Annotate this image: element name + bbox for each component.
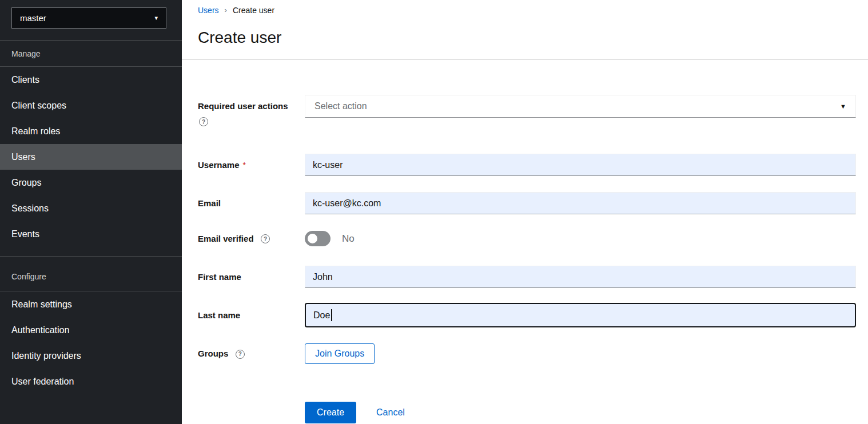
sidebar-item-clients[interactable]: Clients bbox=[0, 67, 182, 93]
help-icon[interactable]: ? bbox=[261, 234, 270, 243]
sidebar-item-realm-roles[interactable]: Realm roles bbox=[0, 118, 182, 144]
required-user-actions-select[interactable]: Select action ▼ bbox=[305, 95, 856, 118]
username-input[interactable] bbox=[305, 154, 856, 176]
label-col: Required user actions ? bbox=[198, 95, 305, 126]
breadcrumb-current: Create user bbox=[233, 6, 274, 15]
sidebar-spacer bbox=[0, 247, 182, 256]
sidebar-item-events[interactable]: Events bbox=[0, 221, 182, 247]
sidebar-item-user-federation[interactable]: User federation bbox=[0, 369, 182, 394]
cancel-link[interactable]: Cancel bbox=[376, 407, 405, 418]
required-user-actions-label: Required user actions bbox=[198, 101, 305, 111]
sidebar-item-realm-settings[interactable]: Realm settings bbox=[0, 291, 182, 317]
field-col: Select action ▼ bbox=[305, 95, 856, 118]
form-row-first-name: First name bbox=[198, 266, 856, 288]
form-row-email: Email bbox=[198, 192, 856, 214]
label-col: Username* bbox=[198, 160, 305, 170]
caret-down-icon: ▼ bbox=[840, 103, 846, 110]
form-row-email-verified: Email verified ? No bbox=[198, 231, 856, 246]
form-actions: Create Cancel bbox=[198, 402, 856, 423]
field-col bbox=[305, 303, 856, 327]
field-col: No bbox=[305, 231, 856, 246]
breadcrumb-chevron-icon: › bbox=[225, 6, 227, 14]
groups-label: Groups bbox=[198, 349, 228, 358]
keycloak-admin-console: master ▾ Manage Clients Client scopes Re… bbox=[0, 0, 868, 424]
field-col bbox=[305, 266, 856, 288]
form-row-username: Username* bbox=[198, 154, 856, 176]
sidebar-item-users[interactable]: Users bbox=[0, 144, 182, 170]
main-content: Users › Create user Create user Required… bbox=[182, 0, 868, 424]
breadcrumb-link-users[interactable]: Users bbox=[198, 6, 219, 15]
realm-selector-dropdown[interactable]: master ▾ bbox=[11, 7, 166, 29]
nav-list-manage: Clients Client scopes Realm roles Users … bbox=[0, 67, 182, 247]
form-row-required-user-actions: Required user actions ? Select action ▼ bbox=[198, 95, 856, 126]
toggle-knob bbox=[308, 234, 317, 243]
sidebar-item-identity-providers[interactable]: Identity providers bbox=[0, 343, 182, 369]
sidebar-item-client-scopes[interactable]: Client scopes bbox=[0, 93, 182, 118]
required-asterisk: * bbox=[243, 161, 246, 170]
sidebar-item-authentication[interactable]: Authentication bbox=[0, 317, 182, 343]
label-col: Email verified ? bbox=[198, 234, 305, 244]
realm-selector-value: master bbox=[20, 13, 46, 23]
page-header: Users › Create user Create user bbox=[182, 0, 868, 46]
field-col bbox=[305, 192, 856, 214]
text-cursor bbox=[331, 309, 332, 321]
label-col: First name bbox=[198, 272, 305, 282]
breadcrumb: Users › Create user bbox=[198, 5, 868, 15]
join-groups-button[interactable]: Join Groups bbox=[305, 343, 375, 364]
email-input[interactable] bbox=[305, 192, 856, 214]
nav-list-configure: Realm settings Authentication Identity p… bbox=[0, 291, 182, 394]
last-name-label: Last name bbox=[198, 310, 240, 320]
nav-section-manage: Manage bbox=[0, 41, 182, 66]
create-button[interactable]: Create bbox=[305, 402, 356, 423]
page-title: Create user bbox=[198, 29, 868, 46]
form-row-groups: Groups ? Join Groups bbox=[198, 343, 856, 364]
sidebar-item-groups[interactable]: Groups bbox=[0, 170, 182, 195]
last-name-input[interactable] bbox=[305, 303, 856, 327]
email-verified-toggle[interactable] bbox=[305, 231, 331, 246]
email-verified-label: Email verified bbox=[198, 234, 254, 243]
username-label: Username bbox=[198, 160, 240, 170]
field-col bbox=[305, 154, 856, 176]
chevron-down-icon: ▾ bbox=[154, 14, 158, 22]
first-name-label: First name bbox=[198, 272, 241, 282]
sidebar-item-sessions[interactable]: Sessions bbox=[0, 195, 182, 221]
sidebar: master ▾ Manage Clients Client scopes Re… bbox=[0, 0, 182, 424]
nav-section-configure: Configure bbox=[0, 257, 182, 291]
field-col: Join Groups bbox=[305, 343, 856, 364]
label-col: Groups ? bbox=[198, 349, 305, 359]
create-user-form: Required user actions ? Select action ▼ … bbox=[182, 60, 868, 423]
label-col: Last name bbox=[198, 310, 305, 321]
email-label: Email bbox=[198, 198, 221, 208]
help-icon[interactable]: ? bbox=[236, 350, 245, 359]
form-row-last-name: Last name bbox=[198, 303, 856, 327]
label-col: Email bbox=[198, 198, 305, 209]
help-icon[interactable]: ? bbox=[199, 117, 208, 126]
first-name-input[interactable] bbox=[305, 266, 856, 288]
email-verified-state: No bbox=[342, 233, 355, 245]
select-placeholder: Select action bbox=[314, 101, 367, 111]
